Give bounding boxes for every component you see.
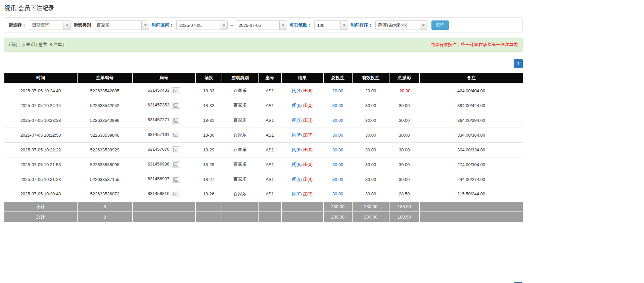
total-bet-link[interactable]: 30.00 [332, 191, 343, 196]
subtotal-row-cell: 8 [77, 201, 132, 212]
page-button-1[interactable]: 1 [514, 59, 523, 68]
cell-valid-bet: 30.00 [352, 157, 389, 172]
game-category-combo [94, 20, 149, 30]
total-bet-link[interactable]: 30.00 [332, 103, 343, 108]
result-banker: 庄(4) [303, 177, 313, 182]
table-row: 2025-07-05 10:24:40522633542805631457433… [4, 83, 523, 98]
date-from-input[interactable] [176, 20, 220, 30]
cards-image-icon [173, 133, 178, 137]
result-player: 闲(6) [292, 132, 302, 137]
total-bet-link[interactable]: 30.00 [332, 147, 343, 152]
subtotal-row-cell: 188.50 [389, 201, 419, 212]
result-player: 闲(0) [292, 191, 302, 196]
chevron-down-icon [282, 25, 284, 26]
result-banker: 庄(8) [303, 88, 313, 93]
round-id-text: 631457271 [147, 117, 169, 122]
total-bet-link[interactable]: 30.00 [332, 162, 343, 167]
date-to-dropdown-button[interactable] [279, 20, 287, 30]
cell-round-id: 631456810 [132, 187, 195, 201]
column-header: 时间 [4, 73, 77, 83]
result-player: 闲(9) [292, 177, 302, 182]
cards-image-icon [173, 148, 178, 152]
time-sort-dropdown-button[interactable] [420, 20, 427, 30]
cell-remark: 424.00/404.00 [419, 83, 523, 98]
round-id-text: 631456907 [147, 176, 169, 181]
column-header: 局号 [132, 73, 195, 83]
subtotal-row: 小计8230.00230.00188.50 [4, 201, 523, 212]
view-cards-button[interactable] [172, 146, 180, 153]
total-bet-link[interactable]: 30.00 [332, 118, 343, 123]
total-row-cell: 230.00 [323, 212, 352, 222]
total-row: 总计8230.00230.00188.50 [4, 212, 523, 222]
view-cards-button[interactable] [172, 87, 180, 94]
query-type-input[interactable] [29, 20, 63, 30]
cell-table-number: AS1 [258, 157, 281, 172]
result-banker: 庄(3) [303, 191, 313, 196]
date-to-input[interactable] [236, 20, 279, 30]
game-category-dropdown-button[interactable] [141, 20, 149, 30]
cell-time: 2025-07-05 10:24:40 [4, 83, 77, 98]
cell-round-id: 631457353 [132, 98, 195, 113]
cell-round-id: 631457070 [132, 142, 195, 157]
cell-time: 2025-07-05 10:23:38 [4, 113, 77, 128]
total-row-cell [419, 212, 523, 222]
time-sort-input[interactable] [375, 20, 420, 30]
view-cards-button[interactable] [172, 191, 180, 197]
table-header-row: 时间注单编号局号场次游戏类别桌号结果总投注有效投注总派彩备注 [4, 73, 523, 83]
cell-valid-bet: 30.00 [352, 128, 389, 142]
result-player: 闲(9) [292, 117, 302, 123]
game-category-input[interactable] [94, 20, 141, 30]
total-bet-link[interactable]: 20.00 [332, 88, 343, 93]
cell-payout: 30.00 [389, 157, 419, 172]
column-header: 有效投注 [352, 73, 389, 83]
table-row: 2025-07-05 10:23:38522633540996631457271… [4, 113, 523, 128]
cell-table-number: AS1 [258, 142, 281, 157]
filter-bar: 请选择： 游戏类别 时间区间： ~ 每页笔数： 时间排序： [4, 17, 523, 33]
round-id-text: 631457353 [147, 102, 169, 107]
page-size-input[interactable] [314, 20, 340, 30]
cell-game-category: 百家乐 [222, 142, 258, 157]
query-type-dropdown-button[interactable] [63, 20, 71, 30]
cell-time: 2025-07-05 10:21:23 [4, 172, 77, 187]
cards-image-icon [173, 118, 178, 123]
total-bet-link[interactable]: 30.00 [332, 177, 343, 182]
cell-result: 闲(6) 庄(3) [281, 128, 323, 142]
view-cards-button[interactable] [172, 161, 180, 168]
view-cards-button[interactable] [172, 176, 180, 183]
view-cards-button[interactable] [172, 117, 180, 124]
cell-round-id: 631456907 [132, 172, 195, 187]
cell-bet-id: 522633542805 [77, 83, 132, 98]
cell-session: 18-31 [195, 113, 222, 128]
time-sort-label: 时间排序： [351, 22, 373, 28]
search-button[interactable]: 查询 [431, 20, 449, 30]
total-row-cell [195, 212, 222, 222]
total-row-cell [281, 212, 323, 222]
cards-image-icon [173, 103, 178, 108]
cell-time: 2025-07-05 10:24:14 [4, 98, 77, 113]
date-from-dropdown-button[interactable] [220, 20, 228, 30]
subtotal-row-cell [222, 201, 258, 212]
cell-game-category: 百家乐 [222, 83, 258, 98]
subtotal-row-cell [258, 201, 281, 212]
cards-image-icon [173, 192, 178, 196]
view-cards-button[interactable] [172, 102, 180, 109]
cell-game-category: 百家乐 [222, 128, 258, 142]
cell-session: 18-32 [195, 98, 222, 113]
column-header: 注单编号 [77, 73, 132, 83]
cell-game-category: 百家乐 [222, 187, 258, 201]
cell-bet-id: 522633540996 [77, 113, 132, 128]
cell-time: 2025-07-05 10:22:22 [4, 142, 77, 157]
result-player: 闲(6) [292, 147, 302, 152]
total-bet-link[interactable]: 30.00 [332, 133, 343, 138]
view-cards-button[interactable] [172, 132, 180, 138]
cell-result: 闲(9) 庄(3) [281, 113, 323, 128]
cell-table-number: AS1 [258, 98, 281, 113]
column-header: 结果 [281, 73, 323, 83]
cell-bet-id: 522633536072 [77, 187, 132, 201]
table-row: 2025-07-05 10:21:53522633538098631456986… [4, 157, 523, 172]
cell-time: 2025-07-05 10:22:58 [4, 128, 77, 142]
page-size-dropdown-button[interactable] [340, 20, 348, 30]
chevron-down-icon [343, 25, 346, 26]
table-row: 2025-07-05 10:22:58522633539846631457161… [4, 128, 523, 142]
column-header: 总派彩 [389, 73, 419, 83]
